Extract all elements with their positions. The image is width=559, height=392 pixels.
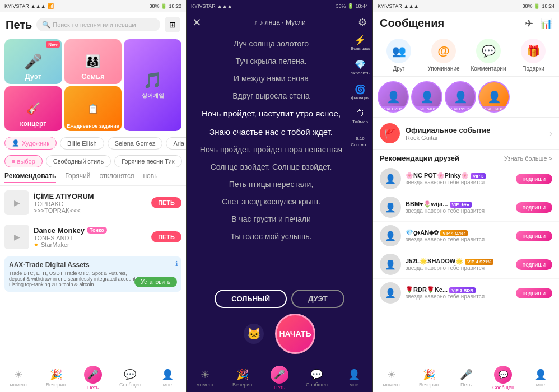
notif-comment[interactable]: 💬 Комментарии [467,39,510,72]
timer-value: 9:16 [354,136,366,142]
search-bar[interactable]: 🔍 Поиск по песням или певцам [36,18,160,31]
sing-title: Петь [6,18,32,31]
nav-me-2[interactable]: 👤 мне [336,363,372,392]
decorate-btn[interactable]: 💎 Украсить [350,57,370,77]
nav-me-1[interactable]: 👤 мне [149,363,186,392]
follow-btn-3[interactable]: подпиши [516,259,552,270]
rec-more[interactable]: Узнать больше > [504,155,552,162]
story-3[interactable]: 👤 ВЕЧЕРИНКА [478,81,510,113]
sing-button-1[interactable]: ПЕТЬ [151,197,181,208]
rec-user-3[interactable]: 👤 J52L🌟SHADOW🌟 VIP 4 S21% звезда наверно… [373,250,559,279]
banner-right[interactable]: 🎵 싱어게임 [124,39,181,131]
rec-user-1[interactable]: 👤 BBM♥🌷wija... VIP ★♥♠ звезда наверно те… [373,193,559,222]
nav-party-2[interactable]: 🎉 Вечерин [223,363,260,392]
song-item-2[interactable]: ▶ Dance Monkey Тонко TONES AND I ★ StarM… [0,220,186,254]
filter-label: выбор [17,158,35,165]
nav-party-1[interactable]: 🎉 Вечерин [37,363,74,392]
close-button[interactable]: ✕ [192,16,202,29]
banner-family[interactable]: 👨‍👩‍👧 Семья [64,39,122,84]
ratio-btn[interactable]: 9:16 Соотно... [350,131,370,151]
rec-title: Рекомендации друзей [380,154,459,162]
banner-new-badge: New [46,41,59,48]
follow-btn-0[interactable]: подпиши [516,174,552,184]
signal-2: ▲▲▲ [217,3,232,9]
story-0[interactable]: 👤 ВЕЧЕРИНКА [378,81,409,113]
follow-btn-1[interactable]: подпиши [516,202,552,213]
timer-btn[interactable]: ⏱ Таймер [350,106,370,127]
status-bar-2: KYIVSTAR ▲▲▲ 35% 🔋 18:44 [187,0,372,12]
rec-header: Рекомендации друзей Узнать больше > [373,150,559,165]
tab-new[interactable]: новь [143,172,157,183]
banner-duet[interactable]: New 🎤 Дуэт [4,39,62,84]
artist-tag-artist[interactable]: 👤 Художник [4,137,57,150]
nav-messages-1[interactable]: 💬 Сообщен [111,363,148,392]
rec-user-4[interactable]: 👤 🌹RDR🌹Ke... VIP 3 RDR звезда наверно те… [373,279,559,307]
tab-decline[interactable]: отклонятся [99,172,134,183]
start-button[interactable]: НАЧАТЬ [275,314,315,354]
sing-label-2: Петь [274,385,285,390]
rec-user-0[interactable]: 👤 🌸NC POT🌸Pinky🌸 VIP 3 звезда наверно те… [373,165,559,193]
gift-icon-circle: 🎁 [521,39,546,63]
artist-tag-selena[interactable]: Selena Gomez [108,137,163,150]
avatar-button[interactable]: 🐱 [244,324,264,344]
nav-me-3[interactable]: 👤 мне [522,363,559,392]
artist-tag-billie[interactable]: Billie Eilish [60,137,104,150]
official-event[interactable]: 🚩 Официальное событие Rock Guitar › [373,118,559,150]
solo-button[interactable]: СОЛЬНЫЙ [215,290,287,308]
follow-btn-2[interactable]: подпиши [516,231,552,241]
send-icon[interactable]: ✈ [525,17,533,30]
song-badge-2: Тонко [87,227,107,234]
notif-mention[interactable]: @ Упоминание [422,39,465,72]
filter-choice[interactable]: ≡ выбор [4,155,43,167]
stats-icon[interactable]: 📊 [540,17,552,30]
rec-user-2[interactable]: 👤 💎g♦AN◆✿ VIP 4 Олег звезда наверно тебе… [373,222,559,250]
lyric-9: Свет звезд коснулся крыш. [192,196,350,208]
nav-moment-3[interactable]: ☀ момент [373,363,410,392]
event-info: Официальное событие Rock Guitar [406,126,544,141]
story-1[interactable]: 👤 ВЕЧЕРИНКА [411,81,442,113]
song-list: ▶ İÇİME ATIYORUM TOPRAKC >>>TOPRAK<<< ПЕ… [0,186,186,363]
carrier-1: KYIVSTAR [4,3,29,9]
settings-icon[interactable]: ⚙ [358,16,367,29]
nav-messages-3[interactable]: 💬 Сообщен [485,363,521,392]
event-name: Официальное событие [406,126,544,134]
install-button[interactable]: Установить [134,277,178,287]
filter-hot[interactable]: Горячие песни Тик [114,155,181,167]
tab-recommend[interactable]: Рекомендовать [4,172,56,183]
grid-icon-btn[interactable]: ⊞ [165,17,180,32]
lyric-2: И между нами снова [192,73,350,85]
artist-tag-label: Художник [22,140,49,147]
bottom-nav-1: ☀ момент 🎉 Вечерин 🎤 Петь 💬 Сообщен 👤 мн… [0,363,186,392]
duet-button[interactable]: ДУЭТ [291,290,344,308]
notif-gift[interactable]: 🎁 Подарки [512,39,555,72]
rec-user-list: 👤 🌸NC POT🌸Pinky🌸 VIP 3 звезда наверно те… [373,165,559,307]
tab-hot[interactable]: Горячий [65,172,90,183]
banner-daily[interactable]: 📋 Ежедневное задание [64,86,122,131]
nav-moment-2[interactable]: ☀ момент [187,363,223,392]
story-label-2: ВЕЧЕРИНКА [446,106,475,111]
filter-label-2: фильтры [351,95,369,100]
battery-icon-1: 🔋 [161,3,167,9]
flash-btn[interactable]: ⚡ Вспышка [350,32,370,53]
info-icon[interactable]: ℹ [175,260,178,268]
wifi-icon: 📶 [48,3,54,9]
nav-messages-2[interactable]: 💬 Сообщен [298,363,335,392]
filter-freestyle[interactable]: Свободный стиль [46,155,111,167]
rec-name-3: J52L🌟SHADOW🌟 VIP 4 S21% [406,258,511,265]
filter-btn[interactable]: 🌀 фильтры [350,82,370,102]
notif-friend[interactable]: 👥 Друг [378,39,420,72]
nav-sing-3[interactable]: 🎤 Петь [448,363,485,392]
song-item-1[interactable]: ▶ İÇİME ATIYORUM TOPRAKC >>>TOPRAK<<< ПЕ… [0,186,186,220]
nav-party-3[interactable]: 🎉 Вечерин [410,363,447,392]
story-2[interactable]: 👤 ВЕЧЕРИНКА [445,81,476,113]
mention-icon: @ [437,44,449,58]
nav-sing-2[interactable]: 🎤 Петь [261,363,298,392]
filter-hot-label: Горячие песни Тик [122,158,174,165]
nav-moment-1[interactable]: ☀ момент [0,363,37,392]
follow-btn-4[interactable]: подпиши [516,288,552,298]
sing-button-2[interactable]: ПЕТЬ [151,231,181,242]
artist-tag-aria[interactable]: Aria [166,137,186,150]
banner-concert[interactable]: 🎸 концерт [4,86,62,131]
nav-sing-1[interactable]: 🎤 Петь [74,363,111,392]
me-label-3: мне [536,382,545,388]
